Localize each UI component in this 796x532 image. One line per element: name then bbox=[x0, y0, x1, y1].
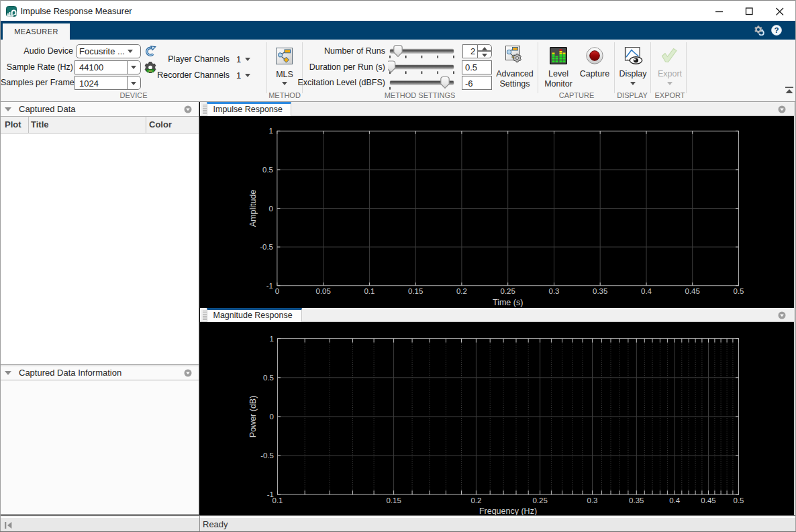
svg-text:1: 1 bbox=[269, 127, 273, 135]
svg-text:0.45: 0.45 bbox=[701, 496, 715, 504]
svg-text:Amplitude: Amplitude bbox=[248, 190, 258, 227]
svg-text:0.4: 0.4 bbox=[669, 496, 681, 504]
svg-text:0.5: 0.5 bbox=[263, 374, 274, 382]
svg-text:0.3: 0.3 bbox=[587, 496, 598, 504]
svg-text:0.35: 0.35 bbox=[629, 496, 644, 504]
svg-text:0: 0 bbox=[270, 413, 274, 421]
svg-text:0.1: 0.1 bbox=[364, 287, 375, 295]
svg-text:?: ? bbox=[774, 26, 779, 34]
svg-text:0.35: 0.35 bbox=[593, 287, 607, 295]
svg-text:Frequency (Hz): Frequency (Hz) bbox=[479, 507, 537, 515]
svg-text:0.15: 0.15 bbox=[408, 287, 423, 295]
svg-text:0.25: 0.25 bbox=[532, 496, 547, 504]
svg-text:0.5: 0.5 bbox=[262, 166, 273, 174]
svg-text:0.45: 0.45 bbox=[685, 287, 700, 295]
svg-text:Time (s): Time (s) bbox=[493, 298, 523, 307]
svg-text:0.4: 0.4 bbox=[641, 287, 652, 295]
svg-text:0.15: 0.15 bbox=[386, 496, 401, 504]
svg-text:0: 0 bbox=[269, 205, 273, 213]
svg-text:0: 0 bbox=[275, 287, 279, 295]
svg-text:0.25: 0.25 bbox=[501, 287, 515, 295]
svg-text:0.5: 0.5 bbox=[734, 496, 744, 504]
svg-text:-0.5: -0.5 bbox=[260, 243, 273, 251]
svg-text:0.2: 0.2 bbox=[470, 496, 481, 504]
svg-text:0.05: 0.05 bbox=[316, 287, 331, 295]
svg-text:0.2: 0.2 bbox=[456, 287, 467, 295]
svg-text:0.5: 0.5 bbox=[734, 287, 744, 295]
svg-text:0.3: 0.3 bbox=[549, 287, 560, 295]
svg-text:-1: -1 bbox=[267, 490, 274, 498]
svg-text:-1: -1 bbox=[266, 282, 273, 290]
svg-text:Power (dB): Power (dB) bbox=[248, 396, 258, 438]
svg-text:-0.5: -0.5 bbox=[260, 451, 274, 460]
svg-text:1: 1 bbox=[270, 335, 274, 343]
